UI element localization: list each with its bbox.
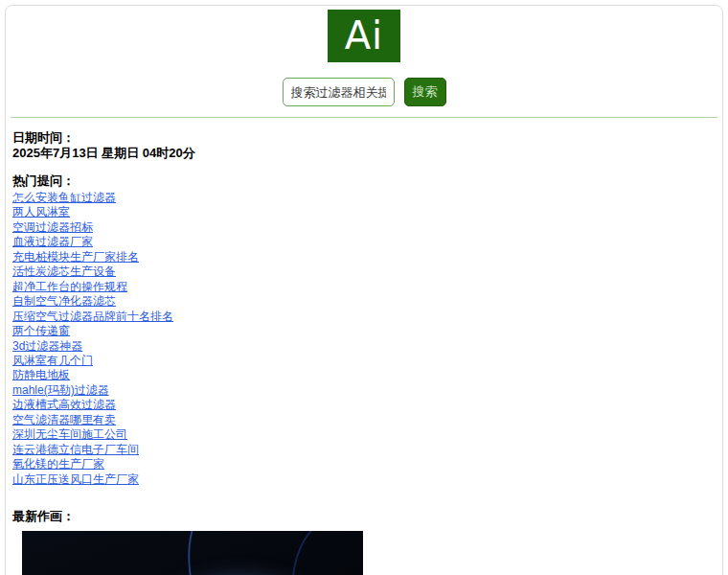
list-item: 怎么安装鱼缸过滤器: [12, 190, 713, 204]
datetime-label: 日期时间：: [12, 130, 713, 145]
list-item: 3d过滤器神器: [12, 338, 713, 353]
hot-questions-list: 怎么安装鱼缸过滤器 两人风淋室 空调过滤器招标 血液过滤器厂家: [12, 190, 713, 486]
hot-question-link[interactable]: 怎么安装鱼缸过滤器: [12, 191, 116, 204]
hot-question-link[interactable]: mahle(玛勒)过滤器: [12, 383, 109, 397]
hot-question-link[interactable]: 深圳无尘车间施工公司: [12, 427, 127, 441]
artwork-image: [22, 531, 363, 575]
datetime-section: 日期时间： 2025年7月13日 星期日 04时20分: [12, 130, 713, 160]
list-item: 边液槽式高效过滤器: [12, 397, 713, 411]
list-item: 两人风淋室: [12, 204, 713, 218]
hot-question-link[interactable]: 活性炭滤芯生产设备: [12, 264, 116, 278]
latest-artwork-label: 最新作画：: [12, 509, 713, 523]
hot-question-link[interactable]: 空调过滤器招标: [12, 220, 93, 234]
site-logo: Ai: [328, 10, 400, 62]
hot-question-link[interactable]: 风淋室有几个门: [12, 354, 93, 367]
hot-question-link[interactable]: 两个传递窗: [12, 324, 70, 337]
hot-question-link[interactable]: 血液过滤器厂家: [12, 235, 93, 248]
list-item: 山东正压送风口生产厂家: [12, 472, 713, 486]
list-item: 空调过滤器招标: [12, 219, 713, 234]
hot-question-link[interactable]: 超净工作台的操作规程: [12, 280, 127, 293]
hot-questions-section: 热门提问： 怎么安装鱼缸过滤器 两人风淋室 空调过滤器招标: [12, 173, 713, 486]
hot-question-link[interactable]: 3d过滤器神器: [12, 339, 82, 353]
hot-question-link[interactable]: 压缩空气过滤器品牌前十名排名: [12, 310, 173, 323]
hot-question-link[interactable]: 两人风淋室: [12, 205, 70, 218]
hot-question-link[interactable]: 氧化镁的生产厂家: [12, 457, 104, 471]
list-item: 连云港德立信电子厂车间: [12, 442, 713, 456]
search-bar: 搜索: [6, 78, 722, 106]
list-item: 压缩空气过滤器品牌前十名排名: [12, 309, 713, 323]
list-item: mahle(玛勒)过滤器: [12, 382, 713, 397]
hot-question-link[interactable]: 充电桩模块生产厂家排名: [12, 250, 139, 264]
list-item: 超净工作台的操作规程: [12, 279, 713, 293]
list-item: 氧化镁的生产厂家: [12, 456, 713, 471]
hot-questions-label: 热门提问：: [12, 173, 713, 188]
hot-question-link[interactable]: 边液槽式高效过滤器: [12, 398, 116, 411]
list-item: 风淋室有几个门: [12, 353, 713, 367]
list-item: 活性炭滤芯生产设备: [12, 264, 713, 278]
latest-artwork-section: 最新作画：: [12, 509, 713, 575]
search-button[interactable]: 搜索: [404, 78, 446, 106]
search-input[interactable]: [283, 78, 395, 106]
list-item: 充电桩模块生产厂家排名: [12, 249, 713, 264]
content: 日期时间： 2025年7月13日 星期日 04时20分 热门提问： 怎么安装鱼缸…: [6, 118, 722, 575]
list-item: 自制空气净化器滤芯: [12, 293, 713, 308]
hot-question-link[interactable]: 连云港德立信电子厂车间: [12, 443, 139, 456]
list-item: 两个传递窗: [12, 323, 713, 337]
hot-question-link[interactable]: 防静电地板: [12, 368, 70, 381]
list-item: 防静电地板: [12, 367, 713, 381]
datetime-value: 2025年7月13日 星期日 04时20分: [12, 146, 713, 160]
hot-question-link[interactable]: 自制空气净化器滤芯: [12, 294, 116, 308]
hot-question-link[interactable]: 山东正压送风口生产厂家: [12, 472, 139, 486]
list-item: 血液过滤器厂家: [12, 234, 713, 248]
list-item: 空气滤清器哪里有卖: [12, 412, 713, 426]
hot-question-link[interactable]: 空气滤清器哪里有卖: [12, 413, 116, 426]
list-item: 深圳无尘车间施工公司: [12, 426, 713, 441]
main-card: Ai 搜索 日期时间： 2025年7月13日 星期日 04时20分 热门提问： …: [5, 5, 723, 575]
header: Ai 搜索: [6, 6, 722, 106]
